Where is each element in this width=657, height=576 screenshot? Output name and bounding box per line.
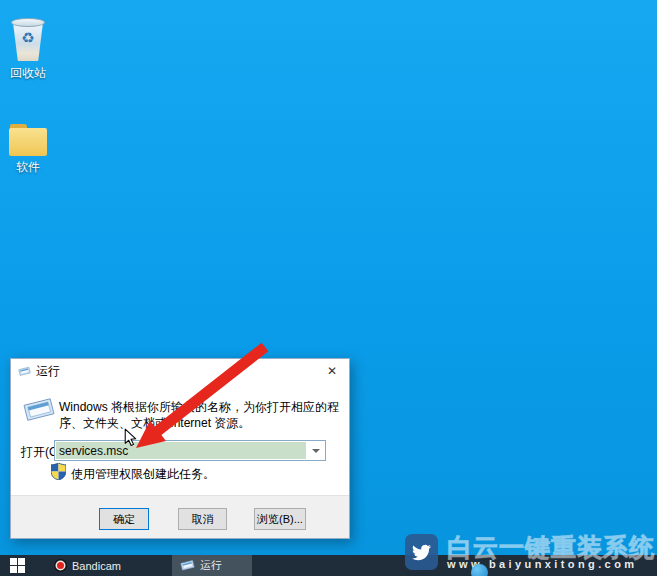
- dialog-footer: 确定 取消 浏览(B)...: [11, 495, 349, 538]
- run-dialog: 运行 ✕ Windows 将根据你所输入的名称，为你打开相应的程序、文件夹、文档…: [10, 358, 350, 539]
- chevron-down-icon: [312, 449, 320, 453]
- dialog-description: Windows 将根据你所输入的名称，为你打开相应的程序、文件夹、文档或 Int…: [59, 399, 345, 431]
- selected-text-highlight: [56, 442, 306, 459]
- dialog-title: 运行: [36, 363, 60, 380]
- taskbar-item-label: 运行: [200, 558, 222, 573]
- uac-shield-icon: [51, 463, 66, 480]
- desktop-icon-recycle-bin[interactable]: ♻ 回收站: [0, 18, 56, 82]
- folder-label: 软件: [16, 159, 40, 176]
- bird-icon: [411, 543, 432, 562]
- combobox-dropdown-button[interactable]: [307, 441, 325, 460]
- run-dialog-icon: [22, 396, 56, 427]
- watermark-dot: [471, 564, 488, 576]
- admin-note: 使用管理权限创建此任务。: [71, 466, 215, 483]
- taskbar-item-label: Bandicam: [72, 560, 121, 572]
- run-command-input[interactable]: [56, 442, 306, 459]
- folder-icon: [9, 124, 47, 156]
- watermark-bird-logo: [405, 534, 438, 570]
- windows-logo-icon: [10, 558, 25, 573]
- browse-button[interactable]: 浏览(B)...: [254, 508, 306, 530]
- desktop-icon-folder[interactable]: 软件: [0, 124, 56, 176]
- recycle-bin-icon: ♻: [9, 18, 47, 62]
- cancel-button[interactable]: 取消: [178, 508, 227, 530]
- run-combobox[interactable]: [54, 440, 326, 461]
- desktop: ♻ 回收站 软件 运行 ✕: [0, 0, 657, 576]
- recycle-bin-label: 回收站: [10, 65, 46, 82]
- recycle-glyph: ♻: [21, 29, 34, 47]
- taskbar-item-bandicam[interactable]: Bandicam: [46, 555, 130, 576]
- run-window-icon: [180, 559, 195, 572]
- ok-button[interactable]: 确定: [99, 508, 149, 530]
- run-window-icon: [18, 366, 31, 377]
- run-dialog-titlebar[interactable]: 运行 ✕: [11, 359, 349, 383]
- bandicam-record-icon: [54, 559, 67, 572]
- close-icon[interactable]: ✕: [315, 359, 349, 383]
- taskbar-item-run[interactable]: 运行: [172, 555, 252, 576]
- start-button[interactable]: [0, 555, 34, 576]
